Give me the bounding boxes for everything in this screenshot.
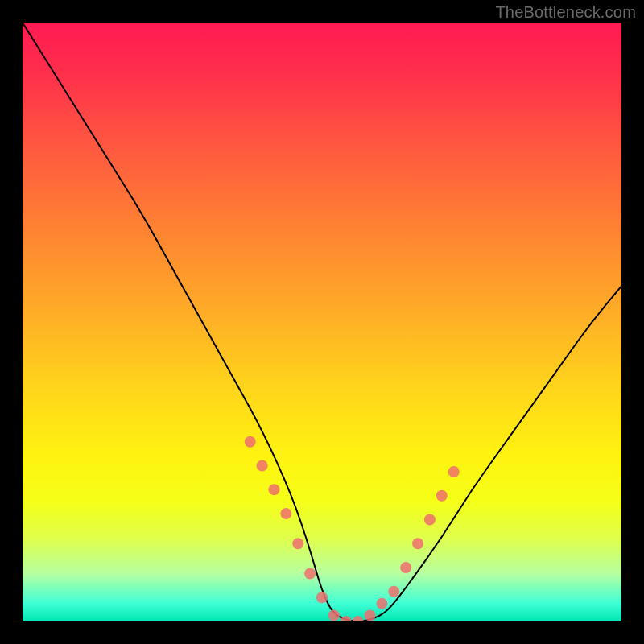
gradient-band-lines	[23, 477, 621, 621]
plot-area	[23, 23, 621, 621]
watermark-text: TheBottleneck.com	[495, 3, 636, 22]
chart-frame: TheBottleneck.com	[0, 0, 644, 644]
